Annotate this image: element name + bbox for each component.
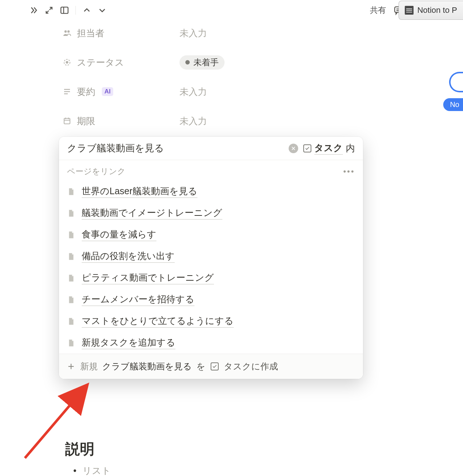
chevron-double-right-icon[interactable] — [29, 5, 39, 15]
description-bullet[interactable]: リスト — [73, 465, 111, 476]
svg-rect-0 — [61, 7, 68, 13]
page-icon — [67, 295, 75, 304]
plus-icon — [66, 362, 76, 371]
svg-rect-16 — [64, 118, 70, 124]
result-item[interactable]: ピラティス動画でトレーニング — [59, 267, 363, 289]
chevron-down-icon[interactable] — [97, 5, 107, 15]
result-title: 備品の役割を洗い出す — [82, 250, 175, 263]
status-text: 未着手 — [193, 57, 219, 68]
page-icon — [67, 209, 75, 218]
new-label: 新規 — [80, 361, 98, 372]
result-item[interactable]: 世界のLaser艤装動画を見る — [59, 181, 363, 202]
floating-circle[interactable] — [449, 72, 463, 92]
divider — [75, 6, 76, 15]
page-properties: 担当者 未入力 ステータス 未着手 要約 AI 未入力 — [62, 18, 392, 136]
scope-suffix: 内 — [346, 142, 355, 154]
result-item[interactable]: 備品の役割を洗い出す — [59, 246, 363, 267]
page-icon — [67, 317, 75, 326]
page-icon — [67, 339, 75, 347]
property-value[interactable]: 未入力 — [179, 27, 207, 39]
result-title: 艤装動画でイメージトレーニング — [82, 207, 222, 219]
result-item[interactable]: 新規タスクを追加する — [59, 332, 363, 354]
share-button[interactable]: 共有 — [370, 5, 386, 16]
search-scope[interactable]: タスク 内 — [303, 142, 355, 155]
checkbox-icon — [303, 144, 311, 152]
result-title: 食事の量を減らす — [82, 228, 156, 241]
svg-point-10 — [67, 30, 70, 33]
extension-label: Notion to P — [417, 5, 457, 15]
popup-section-header: ページをリンク ••• — [59, 160, 363, 181]
svg-point-9 — [64, 30, 67, 33]
section-label: ページをリンク — [67, 166, 126, 177]
topbar-left — [29, 5, 107, 15]
scope-name: タスク — [314, 142, 343, 155]
result-title: ピラティス動画でトレーニング — [82, 272, 214, 284]
property-value[interactable]: 未入力 — [179, 115, 207, 127]
property-status[interactable]: ステータス 未着手 — [62, 48, 392, 77]
floating-bubble[interactable]: No — [443, 98, 463, 111]
result-item[interactable]: チームメンバーを招待する — [59, 289, 363, 310]
description-heading: 説明 — [65, 439, 95, 459]
popup-search-row: タスク 内 — [59, 137, 363, 160]
svg-point-12 — [66, 62, 68, 63]
result-item[interactable]: 艤装動画でイメージトレーニング — [59, 202, 363, 224]
expand-icon[interactable] — [44, 5, 54, 15]
property-label: 要約 — [77, 86, 95, 98]
property-label: ステータス — [77, 56, 124, 69]
status-dot — [185, 60, 190, 64]
result-item[interactable]: 食事の量を減らす — [59, 224, 363, 246]
results-list: 世界のLaser艤装動画を見る艤装動画でイメージトレーニング食事の量を減らす備品… — [59, 181, 363, 354]
chevron-up-icon[interactable] — [82, 5, 92, 15]
text-icon — [62, 87, 72, 96]
extension-pill[interactable]: Notion to P — [399, 1, 463, 20]
result-title: マストをひとりで立てるようにする — [82, 315, 234, 328]
page-icon — [67, 230, 75, 239]
extension-icon — [405, 6, 414, 15]
property-summary[interactable]: 要約 AI 未入力 — [62, 77, 392, 106]
property-value[interactable]: 未入力 — [179, 86, 207, 98]
new-middle: を — [196, 361, 205, 372]
search-input[interactable] — [67, 143, 284, 154]
clear-icon[interactable] — [289, 144, 298, 153]
property-label: 担当者 — [77, 27, 104, 39]
status-icon — [62, 58, 72, 67]
section-more-icon[interactable]: ••• — [343, 167, 355, 176]
result-title: チームメンバーを招待する — [82, 293, 195, 306]
people-icon — [62, 29, 72, 37]
property-assignee[interactable]: 担当者 未入力 — [62, 18, 392, 48]
status-pill[interactable]: 未着手 — [179, 55, 225, 70]
ai-badge: AI — [102, 87, 113, 96]
page-icon — [67, 274, 75, 283]
result-item[interactable]: マストをひとりで立てるようにする — [59, 310, 363, 332]
result-title: 新規タスクを追加する — [82, 336, 175, 349]
property-deadline[interactable]: 期限 未入力 — [62, 106, 392, 136]
sidebar-toggle-icon[interactable] — [59, 5, 70, 15]
popup-create-row[interactable]: 新規 クラブ艤装動画を見る を タスクに作成 — [59, 354, 363, 379]
new-query: クラブ艤装動画を見る — [102, 361, 192, 372]
page-icon — [67, 252, 75, 261]
property-label: 期限 — [77, 115, 95, 127]
result-title: 世界のLaser艤装動画を見る — [82, 185, 197, 198]
topbar: 共有 — [0, 0, 463, 21]
new-tail: タスクに作成 — [224, 361, 278, 372]
page-icon — [67, 187, 75, 196]
calendar-icon — [62, 117, 72, 125]
checkbox-icon — [211, 362, 219, 370]
link-search-popup: タスク 内 ページをリンク ••• 世界のLaser艤装動画を見る艤装動画でイメ… — [59, 137, 363, 379]
